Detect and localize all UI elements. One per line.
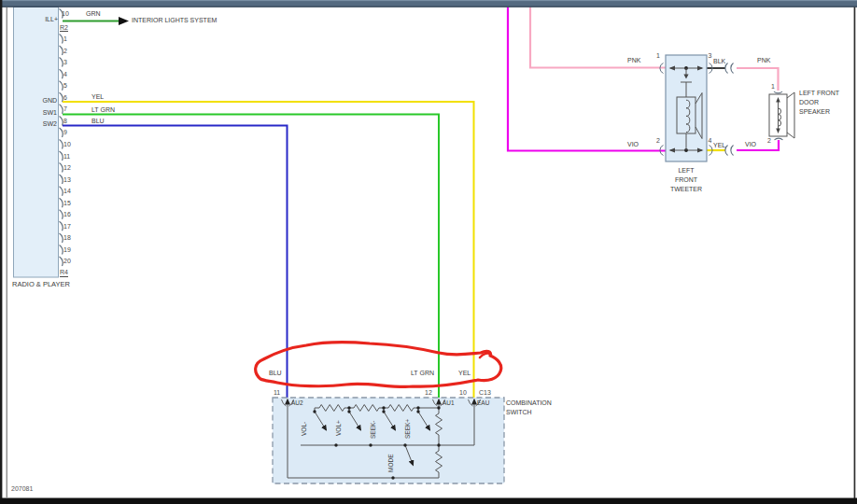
door-speaker-pin1: 1 — [771, 83, 775, 90]
switch-wire-label-blu: BLU — [269, 370, 282, 376]
radio-pin-number: 2 — [63, 48, 67, 54]
door-speaker-title: LEFT FRONTDOORSPEAKER — [799, 89, 839, 117]
tweeter-pin1: 1 — [656, 52, 660, 59]
tweeter-symbol — [660, 55, 712, 161]
wire-label-yel: YEL — [91, 93, 104, 100]
radio-pin-number: 14 — [63, 188, 71, 194]
left-border — [0, 0, 2, 504]
door-speaker-symbol — [769, 91, 794, 140]
radio-wires — [63, 17, 474, 400]
radio-pin-number: 13 — [63, 176, 71, 183]
radio-signal-sw1: SW1 — [35, 109, 57, 116]
wiring-diagram-page: ILL+ 10 R2 GND SW1 SW2 R4 RADIO & PLAYER… — [0, 0, 857, 504]
interior-lights-label: INTERIOR LIGHTS SYSTEM — [132, 17, 217, 23]
radio-connector-r4: R4 — [60, 269, 68, 275]
wire-label-vio-right: VIO — [745, 141, 756, 147]
radio-pin-number: 19 — [63, 246, 71, 253]
radio-connector-block — [14, 0, 63, 277]
wire-label-yel-right: YEL — [713, 142, 725, 148]
switch-wire-label-yel: YEL — [458, 370, 471, 376]
switch-pin-11: 11 — [274, 389, 280, 396]
switch-pin-10: 10 — [459, 389, 467, 396]
switch-label-seek-plus: SEEK+ — [404, 419, 411, 439]
radio-pin-number: 20 — [63, 258, 71, 264]
terminal-eau: EAU — [477, 399, 489, 406]
radio-pin-number: 15 — [63, 200, 71, 206]
speaker-cone-icon — [787, 92, 794, 138]
door-speaker-pin2: 2 — [767, 137, 771, 144]
wiring-diagram-canvas — [0, 0, 857, 504]
wire-label-grn: GRN — [86, 10, 101, 17]
switch-label-vol-plus: VOL+ — [335, 420, 342, 436]
switch-label-seek-minus: SEEK- — [370, 420, 376, 439]
radio-pin-number: 3 — [63, 59, 67, 65]
wire-lt-grn — [63, 115, 439, 401]
radio-signal-ill: ILL+ — [35, 16, 58, 22]
tweeter-pin4: 4 — [709, 137, 712, 144]
radio-title: RADIO & PLAYER — [12, 281, 70, 287]
terminal-au1: AU1 — [443, 399, 455, 406]
radio-signal-sw2: SW2 — [35, 120, 57, 127]
wire-blu — [63, 126, 288, 401]
wire-vio-right — [737, 140, 779, 150]
wire-label-pnk-left: PNK — [627, 57, 640, 63]
terminal-au2: AU2 — [291, 399, 303, 406]
switch-wire-label-lt-grn: LT GRN — [411, 370, 434, 376]
radio-connector-r2: R2 — [60, 24, 68, 31]
tweeter-pin3: 3 — [709, 52, 712, 59]
speaker-wires — [508, 7, 779, 156]
radio-pin-number: 7 — [63, 105, 67, 112]
radio-pin-number: 10 — [63, 141, 71, 147]
inline-connector-icons — [725, 63, 734, 156]
switch-pin-12: 12 — [425, 389, 432, 396]
switch-connector-c13: C13 — [479, 389, 491, 396]
tweeter-title: LEFTFRONTTWEETER — [663, 166, 709, 194]
wire-label-pnk-right: PNK — [757, 57, 770, 63]
radio-pin-number: 9 — [63, 129, 67, 135]
switch-label-vol-minus: VOL- — [301, 422, 307, 436]
radio-pin-number: 17 — [63, 223, 71, 230]
bottom-bar — [0, 498, 857, 504]
wire-label-vio-left: VIO — [627, 141, 639, 147]
radio-signal-gnd: GND — [35, 97, 57, 104]
radio-pin-number: 1 — [63, 35, 67, 42]
radio-pin10-number: 10 — [62, 10, 69, 17]
wire-label-blk: BLK — [713, 58, 725, 64]
top-bar — [0, 0, 857, 7]
wire-vio-main — [508, 7, 666, 151]
diagram-number: 207081 — [11, 485, 33, 492]
wire-label-blu: BLU — [91, 118, 105, 124]
radio-pin-number: 16 — [63, 211, 71, 217]
right-border — [854, 7, 856, 499]
radio-pin-number: 6 — [63, 94, 67, 101]
radio-pin-number: 12 — [63, 164, 71, 171]
switch-label-mode: MODE — [387, 455, 394, 473]
radio-pin-number: 8 — [63, 118, 67, 124]
radio-pin-number: 4 — [63, 71, 67, 77]
red-annotation-circle — [256, 343, 501, 387]
tweeter-pin2: 2 — [656, 137, 660, 144]
radio-pin-number: 18 — [63, 234, 71, 241]
radio-pin-number: 5 — [63, 82, 67, 89]
combination-switch-title: COMBINATIONSWITCH — [506, 399, 552, 417]
radio-pin-number: 11 — [63, 153, 70, 160]
interior-lights-arrow-icon — [119, 17, 129, 25]
wire-label-lt-grn: LT GRN — [91, 106, 115, 113]
radio-pin-arcs — [60, 0, 63, 266]
wire-pnk-main — [530, 7, 666, 68]
